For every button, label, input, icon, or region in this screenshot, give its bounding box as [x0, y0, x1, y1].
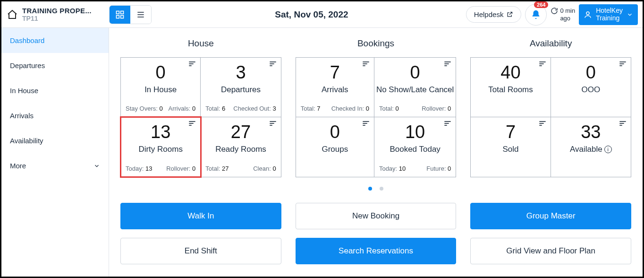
- current-date: Sat, Nov 05, 2022: [157, 9, 466, 20]
- sidebar-item-in-house[interactable]: In House: [1, 78, 109, 103]
- sort-icon[interactable]: [362, 120, 370, 128]
- content: House0In HouseStay Overs: 0Arrivals: 03D…: [109, 28, 643, 277]
- card-foot-left: Total: 7: [301, 105, 321, 112]
- card-footer: [473, 170, 548, 175]
- svg-rect-35: [619, 61, 626, 62]
- card-no-show-late-cancel[interactable]: 0No Show/Late CancelTotal: 0Rollover: 0: [374, 58, 456, 117]
- svg-rect-31: [445, 125, 447, 126]
- home-icon: [6, 9, 18, 21]
- dot-2[interactable]: [380, 187, 383, 191]
- sort-icon[interactable]: [619, 120, 627, 128]
- card-sold[interactable]: 7Sold: [471, 117, 551, 177]
- card-label: Total Rooms: [488, 85, 533, 95]
- sort-icon[interactable]: [538, 61, 547, 68]
- svg-rect-24: [445, 63, 449, 64]
- svg-rect-23: [445, 61, 451, 62]
- card-label: Groups: [322, 145, 348, 154]
- card-foot-left: Stay Overs: 0: [126, 105, 163, 112]
- svg-rect-38: [539, 121, 545, 122]
- card-footer: Total: 7Checked In: 0: [298, 103, 372, 115]
- card-value: 33: [581, 123, 601, 142]
- card-label: OOO: [582, 85, 601, 95]
- svg-rect-20: [363, 61, 369, 62]
- svg-rect-19: [270, 125, 272, 126]
- sort-icon[interactable]: [269, 120, 277, 128]
- card-in-house[interactable]: 0In HouseStay Overs: 0Arrivals: 0: [121, 58, 201, 117]
- sort-icon[interactable]: [269, 61, 277, 68]
- new-booking-button[interactable]: New Booking: [296, 203, 457, 229]
- card-departures[interactable]: 3DeparturesTotal: 6Checked Out: 3: [201, 58, 280, 117]
- helpdesk-button[interactable]: Helpdesk: [466, 6, 522, 23]
- sidebar-item-label: Departures: [10, 61, 45, 70]
- card-foot-right: Clean: 0: [253, 165, 276, 172]
- view-toggle: [109, 5, 152, 24]
- card-foot-right: Checked In: 0: [331, 105, 369, 112]
- sidebar: DashboardDeparturesIn HouseArrivalsAvail…: [1, 28, 109, 277]
- svg-rect-37: [619, 65, 622, 66]
- card-foot-right: Arrivals: 0: [169, 105, 196, 112]
- end-shift-button[interactable]: End Shift: [120, 238, 281, 264]
- search-reservations-button[interactable]: Search Reservations: [296, 238, 457, 264]
- section-title: Bookings: [296, 38, 457, 49]
- card-dirty-rooms[interactable]: 13Dirty RoomsToday: 13Rollover: 0: [121, 117, 201, 177]
- card-ready-rooms[interactable]: 27Ready RoomsTotal: 27Clean: 0: [201, 117, 280, 177]
- card-booked-today[interactable]: 10Booked TodayToday: 10Future: 0: [374, 117, 456, 177]
- svg-rect-13: [270, 65, 272, 66]
- property-block[interactable]: TRAINING PROPE... TP11: [6, 7, 109, 22]
- card-ooo[interactable]: 0OOO: [551, 58, 631, 117]
- grid-view-toggle[interactable]: [110, 6, 130, 24]
- info-icon[interactable]: i: [604, 146, 612, 153]
- property-code: TP11: [22, 15, 92, 22]
- section-bookings: Bookings7ArrivalsTotal: 7Checked In: 00N…: [296, 38, 457, 177]
- section-house: House0In HouseStay Overs: 0Arrivals: 03D…: [120, 38, 281, 177]
- card-available[interactable]: 33Availablei: [551, 117, 631, 177]
- sync-status[interactable]: 0 min ago: [551, 7, 575, 22]
- card-foot-left: Today: 10: [379, 165, 406, 172]
- card-value: 0: [330, 123, 340, 142]
- sort-icon[interactable]: [538, 120, 547, 128]
- sort-icon[interactable]: [188, 61, 196, 68]
- card-label: Availablei: [570, 145, 612, 154]
- card-foot-right: Future: 0: [426, 165, 451, 172]
- svg-rect-1: [121, 11, 124, 14]
- grid-view-and-floor-plan-button[interactable]: Grid View and Floor Plan: [470, 238, 631, 264]
- sidebar-item-label: Arrivals: [10, 112, 34, 120]
- dot-1[interactable]: [368, 187, 372, 191]
- sort-icon[interactable]: [443, 61, 452, 68]
- svg-rect-18: [270, 123, 274, 124]
- sidebar-item-availability[interactable]: Availability: [1, 128, 109, 153]
- walk-in-button[interactable]: Walk In: [120, 203, 281, 229]
- sort-icon[interactable]: [443, 120, 452, 128]
- svg-rect-25: [445, 65, 447, 66]
- svg-rect-27: [363, 123, 367, 124]
- section-title: House: [120, 38, 281, 49]
- sidebar-item-arrivals[interactable]: Arrivals: [1, 103, 109, 128]
- card-value: 7: [506, 123, 516, 142]
- sort-icon[interactable]: [362, 61, 370, 68]
- svg-rect-14: [189, 121, 195, 122]
- svg-rect-15: [189, 123, 194, 124]
- notifications-button[interactable]: 264: [525, 4, 547, 26]
- sort-icon[interactable]: [619, 61, 627, 68]
- user-icon: [584, 10, 592, 19]
- list-view-toggle[interactable]: [130, 6, 151, 24]
- card-value: 0: [156, 63, 166, 82]
- svg-rect-9: [189, 63, 194, 64]
- svg-rect-16: [189, 125, 192, 126]
- sidebar-item-dashboard[interactable]: Dashboard: [1, 28, 109, 53]
- card-foot-left: Today: 13: [126, 165, 152, 172]
- svg-rect-26: [363, 121, 369, 122]
- card-label: No Show/Late Cancel: [376, 85, 454, 95]
- card-arrivals[interactable]: 7ArrivalsTotal: 7Checked In: 0: [296, 58, 374, 117]
- card-total-rooms[interactable]: 40Total Rooms: [471, 58, 551, 117]
- user-menu[interactable]: HotelKey Training: [579, 4, 638, 25]
- group-master-button[interactable]: Group Master: [470, 203, 631, 229]
- svg-rect-34: [539, 65, 542, 66]
- sort-icon[interactable]: [188, 120, 196, 128]
- svg-rect-32: [539, 61, 545, 62]
- sidebar-item-departures[interactable]: Departures: [1, 53, 109, 78]
- card-groups[interactable]: 0Groups: [296, 117, 374, 177]
- property-name: TRAINING PROPE...: [22, 7, 92, 15]
- svg-rect-2: [117, 15, 119, 18]
- sidebar-item-more[interactable]: More: [1, 153, 109, 178]
